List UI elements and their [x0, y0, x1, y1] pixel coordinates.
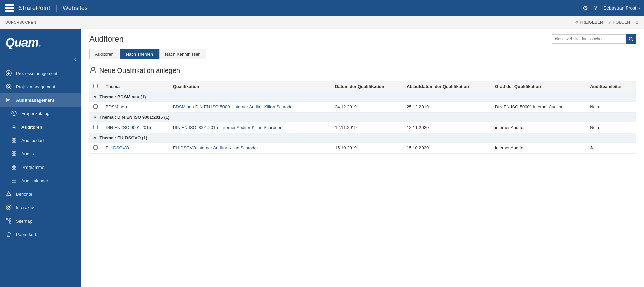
- site-name: Websites: [63, 5, 583, 12]
- svg-rect-13: [12, 154, 14, 156]
- svg-point-5: [14, 114, 14, 115]
- sidebar-item-sitemap[interactable]: Sitemap: [0, 214, 81, 228]
- svg-rect-14: [14, 154, 16, 156]
- row-thema: DIN EN ISO 9001:2015: [102, 122, 169, 133]
- logo-text: Quam.: [5, 36, 41, 50]
- svg-point-6: [13, 125, 15, 127]
- qualifikation-link[interactable]: EU-DSGVO-interner Auditor-Kilian Schröde…: [173, 145, 258, 150]
- thema-link[interactable]: DIN EN ISO 9001:2015: [106, 125, 151, 130]
- sub-header-actions: ↻ FREIGEBEN ☆ FOLGEN ⊡: [575, 20, 639, 25]
- page-title: Auditoren: [89, 34, 124, 44]
- search-box: [552, 34, 636, 44]
- collapse-button[interactable]: ‹: [73, 55, 77, 64]
- sidebar-item-label: Berichte: [16, 192, 32, 197]
- row-grad: interner Auditor: [491, 143, 586, 154]
- tab-nach-themen[interactable]: Nach Themen: [120, 49, 159, 59]
- row-checkbox[interactable]: [93, 104, 98, 109]
- thema-link[interactable]: EU-DSGVO: [106, 145, 129, 150]
- row-ablaufdatum: 15.10.2020: [403, 143, 491, 154]
- svg-rect-10: [14, 141, 16, 142]
- search-input[interactable]: [552, 37, 626, 41]
- sidebar-item-label: Prozessmanagement: [16, 71, 57, 76]
- svg-point-22: [8, 206, 10, 208]
- col-grad: Grad der Qualifikation: [491, 81, 586, 92]
- top-nav-icons: ⚙ ? Sebastian Frost: [583, 4, 640, 12]
- sidebar-collapse: ‹: [0, 55, 81, 66]
- qualifikation-link[interactable]: DIN EN ISO 9001:2015 -interner Auditor-K…: [173, 125, 282, 130]
- row-checkbox-cell: [89, 102, 102, 113]
- row-checkbox-cell: [89, 143, 102, 154]
- qualifikation-link[interactable]: BDSM neu-DIN EN ISO 50001 interner Audit…: [173, 104, 294, 109]
- sidebar-item-auditoren[interactable]: Auditoren: [0, 120, 81, 134]
- prozessmanagement-icon: [5, 70, 12, 77]
- sidebar-item-auditbedarf[interactable]: Auditbedarf: [0, 134, 81, 147]
- row-checkbox[interactable]: [93, 125, 98, 129]
- sidebar-item-interaktiv[interactable]: Interaktiv: [0, 201, 81, 214]
- row-qualifikation: BDSM neu-DIN EN ISO 50001 interner Audit…: [169, 102, 331, 113]
- sidebar-item-prozessmanagement[interactable]: Prozessmanagement: [0, 66, 81, 80]
- top-nav: SharePoint Websites ⚙ ? Sebastian Frost: [0, 0, 644, 16]
- settings-icon[interactable]: ⚙: [583, 4, 588, 12]
- svg-rect-15: [12, 165, 14, 167]
- svg-rect-12: [14, 152, 16, 153]
- user-menu[interactable]: Sebastian Frost: [603, 5, 640, 11]
- group-toggle-icon[interactable]: ▼: [93, 95, 97, 99]
- sidebar-item-label: Projektmanagement: [16, 84, 55, 89]
- berichte-icon: [5, 191, 12, 197]
- row-auditteamleiter: Nein: [586, 102, 636, 113]
- waffle-menu[interactable]: [4, 3, 15, 13]
- content-header: Auditoren: [81, 29, 644, 46]
- sidebar-item-auditmanagement[interactable]: Auditmanagement: [0, 93, 81, 107]
- row-auditteamleiter: Ja: [586, 143, 636, 154]
- programme-icon: [11, 164, 17, 171]
- sidebar-item-label: Auditoren: [21, 125, 42, 130]
- help-icon[interactable]: ?: [594, 5, 597, 12]
- auditkalender-icon: [11, 177, 17, 184]
- share-action[interactable]: ↻ FREIGEBEN: [575, 20, 603, 25]
- table-header-row: Thema Qualifikation Datum der Qualifikat…: [89, 81, 636, 92]
- sidebar-item-label: Sitemap: [16, 219, 32, 224]
- expand-action[interactable]: ⊡: [635, 20, 639, 25]
- sidebar-item-fragenkatalog[interactable]: Fragenkatalog: [0, 107, 81, 120]
- follow-action[interactable]: ☆ FOLGEN: [608, 20, 630, 25]
- svg-rect-23: [6, 219, 8, 220]
- col-checkbox: [89, 81, 102, 92]
- search-button[interactable]: [626, 34, 636, 44]
- sidebar-item-papierkorb[interactable]: Papierkorb: [0, 228, 81, 241]
- table-row: DIN EN ISO 9001:2015 DIN EN ISO 9001:201…: [89, 122, 636, 133]
- col-datum: Datum der Qualifikation: [331, 81, 403, 92]
- main-layout: Quam. ‹ Prozessmanagement Projektmanagem…: [0, 29, 644, 287]
- row-auditteamleiter: Nein: [586, 122, 636, 133]
- tab-nach-kenntnissen[interactable]: Nach Kenntnissen: [159, 49, 206, 59]
- svg-rect-26: [10, 222, 11, 223]
- col-auditteamleiter: Auditteamleiter: [586, 81, 636, 92]
- group-row: ▼ Thema : DIN EN ISO 9001:2015 (1): [89, 113, 636, 122]
- sidebar-item-berichte[interactable]: Berichte: [0, 187, 81, 201]
- brand-name: SharePoint: [19, 5, 50, 12]
- svg-point-2: [8, 86, 10, 88]
- col-ablaufdatum: Ablaufdatum der Qualifikation: [403, 81, 491, 92]
- row-ablaufdatum: 25.12.2019: [403, 102, 491, 113]
- group-toggle-icon[interactable]: ▼: [93, 115, 97, 119]
- sidebar-item-auditkalender[interactable]: Auditkalender: [0, 174, 81, 187]
- row-grad: DIN EN ISO 50001 interner Auditor: [491, 102, 586, 113]
- svg-rect-7: [12, 138, 14, 140]
- group-row: ▼ Thema : BDSM neu (1): [89, 92, 636, 102]
- row-datum: 12.11.2019: [331, 122, 403, 133]
- sidebar-item-projektmanagement[interactable]: Projektmanagement: [0, 80, 81, 93]
- row-checkbox-cell: [89, 122, 102, 133]
- sub-header: DURCHSUCHEN ↻ FREIGEBEN ☆ FOLGEN ⊡: [0, 16, 644, 29]
- group-label: ▼ Thema : BDSM neu (1): [89, 92, 636, 102]
- group-toggle-icon[interactable]: ▼: [93, 136, 97, 140]
- col-qualifikation: Qualifikation: [169, 81, 331, 92]
- section-title: Neue Qualifikation anlegen: [99, 67, 180, 75]
- sidebar-item-programme[interactable]: Programme: [0, 160, 81, 174]
- row-thema: BDSM neu: [102, 102, 169, 113]
- tab-auditoren[interactable]: Auditoren: [89, 49, 119, 59]
- sidebar-item-audits[interactable]: Audits: [0, 147, 81, 160]
- select-all-checkbox[interactable]: [93, 84, 98, 88]
- row-checkbox[interactable]: [93, 145, 98, 150]
- thema-link[interactable]: BDSM neu: [106, 104, 127, 109]
- section-heading: Neue Qualifikation anlegen: [89, 66, 636, 75]
- auditbedarf-icon: [11, 137, 17, 144]
